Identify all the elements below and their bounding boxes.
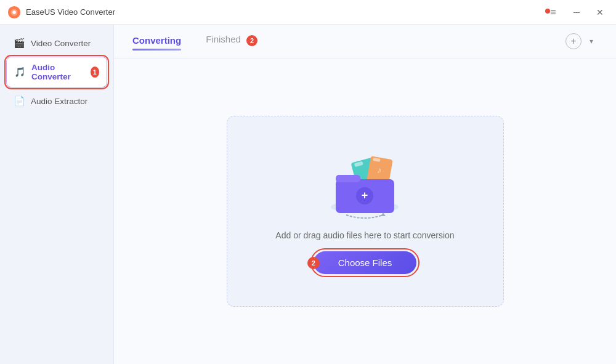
sidebar-item-audio-converter[interactable]: 🎵 Audio Converter 1 <box>6 57 107 87</box>
drop-zone[interactable]: ♪ + Add or drag audio files here to star… <box>227 116 504 307</box>
folder-illustration: ♪ + <box>320 148 410 219</box>
tabs-left: Converting Finished 2 <box>132 34 257 48</box>
close-button[interactable]: ✕ <box>591 4 609 21</box>
sidebar: 🎬 Video Converter 🎵 Audio Converter 1 📄 … <box>0 25 114 364</box>
tab-converting[interactable]: Converting <box>132 35 181 48</box>
sidebar-item-label: Audio Converter <box>31 63 84 81</box>
app-title: EaseUS Video Converter <box>26 7 115 17</box>
drop-zone-instruction: Add or drag audio files here to start co… <box>275 230 454 240</box>
drop-zone-container: ♪ + Add or drag audio files here to star… <box>114 59 616 364</box>
audio-converter-badge: 1 <box>91 67 99 78</box>
title-bar-controls: ≡ ─ ✕ <box>545 4 609 21</box>
tab-chevron-button[interactable]: ▾ <box>585 35 598 47</box>
tab-finished[interactable]: Finished 2 <box>206 34 257 48</box>
video-converter-icon: 🎬 <box>14 38 25 49</box>
tabs-bar: Converting Finished 2 + ▾ <box>114 25 616 59</box>
sidebar-item-label: Audio Extractor <box>31 97 87 106</box>
notification-dot <box>545 9 550 14</box>
sidebar-item-video-converter[interactable]: 🎬 Video Converter <box>6 32 107 54</box>
svg-point-2 <box>12 10 16 14</box>
main-layout: 🎬 Video Converter 🎵 Audio Converter 1 📄 … <box>0 25 616 364</box>
minimize-button[interactable]: ─ <box>568 4 585 21</box>
choose-files-step-badge: 2 <box>307 257 320 269</box>
sidebar-item-audio-extractor[interactable]: 📄 Audio Extractor <box>6 90 107 112</box>
audio-converter-icon: 🎵 <box>14 67 26 78</box>
add-tab-button[interactable]: + <box>565 33 582 49</box>
sidebar-item-label: Video Converter <box>31 39 91 48</box>
finished-tab-badge: 2 <box>246 35 257 46</box>
svg-rect-10 <box>336 175 360 182</box>
choose-files-button[interactable]: Choose Files <box>314 251 417 274</box>
content-area: Converting Finished 2 + ▾ <box>114 25 616 364</box>
app-logo-icon <box>7 6 21 19</box>
title-bar-left: EaseUS Video Converter <box>7 6 115 19</box>
title-bar: EaseUS Video Converter ≡ ─ ✕ <box>0 0 616 25</box>
svg-text:+: + <box>362 189 368 201</box>
audio-extractor-icon: 📄 <box>14 95 25 107</box>
choose-files-wrapper: 2 Choose Files <box>314 251 417 274</box>
tabs-right: + ▾ <box>565 33 598 49</box>
